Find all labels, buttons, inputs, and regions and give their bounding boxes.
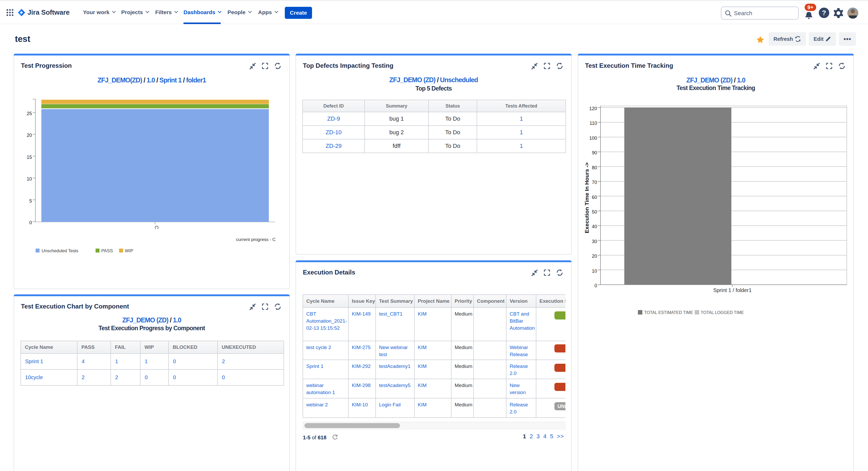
svg-text:110: 110 xyxy=(589,121,597,126)
svg-text:10: 10 xyxy=(592,269,597,274)
svg-text:TOTAL LOGGED TIME: TOTAL LOGGED TIME xyxy=(701,310,744,315)
svg-text:PASS: PASS xyxy=(101,248,113,253)
svg-text:C: C xyxy=(154,225,159,229)
svg-text:15: 15 xyxy=(27,155,32,160)
svg-text:70: 70 xyxy=(592,180,597,185)
svg-text:20: 20 xyxy=(592,254,597,259)
svg-text:WIP: WIP xyxy=(125,248,133,253)
svg-text:TOTAL ESTIMATED TIME: TOTAL ESTIMATED TIME xyxy=(644,310,693,315)
svg-text:25: 25 xyxy=(27,111,32,116)
svg-text:Sprint 1 / folder1: Sprint 1 / folder1 xyxy=(713,287,752,293)
svg-text:5: 5 xyxy=(29,198,32,203)
svg-text:Unscheduled Tests: Unscheduled Tests xyxy=(42,248,78,253)
svg-text:120: 120 xyxy=(589,106,597,111)
svg-text:100: 100 xyxy=(589,135,597,141)
svg-text:20: 20 xyxy=(27,133,32,138)
svg-text:50: 50 xyxy=(592,209,597,215)
svg-text:30: 30 xyxy=(592,239,597,244)
svg-text:60: 60 xyxy=(592,195,597,200)
svg-text:0: 0 xyxy=(29,220,32,225)
svg-text:40: 40 xyxy=(592,224,597,229)
svg-text:80: 80 xyxy=(592,165,597,170)
svg-text:10: 10 xyxy=(27,176,32,182)
svg-text:0: 0 xyxy=(594,283,597,288)
svg-text:Execution Time In Hours ->: Execution Time In Hours -> xyxy=(584,162,590,233)
svg-text:90: 90 xyxy=(592,150,597,155)
svg-text:current progress - C: current progress - C xyxy=(236,237,276,242)
